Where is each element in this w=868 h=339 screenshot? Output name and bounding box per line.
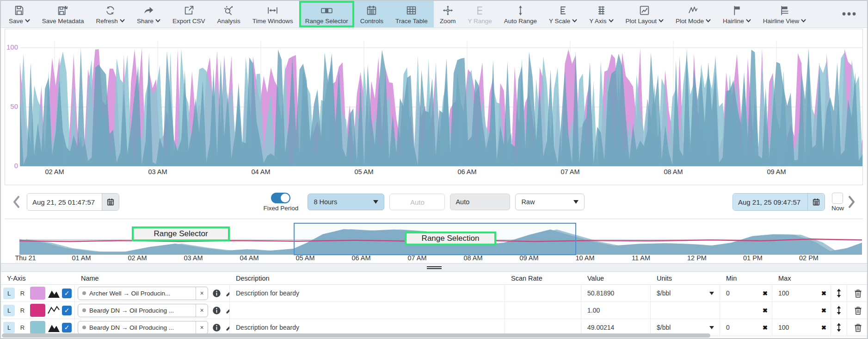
delete-trace-button[interactable] xyxy=(847,302,868,319)
clear-min-button[interactable]: ✖ xyxy=(763,324,768,331)
left-axis-button[interactable]: L xyxy=(3,322,15,333)
right-axis-button[interactable]: R xyxy=(17,322,28,333)
toolbar-overflow-button[interactable] xyxy=(831,1,867,27)
step-back-button[interactable] xyxy=(9,194,23,210)
min-value: 0 xyxy=(726,289,730,297)
toolbar-button-hairline[interactable]: Hairline xyxy=(717,1,757,27)
trace-type-area-icon[interactable] xyxy=(47,323,60,333)
remove-trace-button[interactable]: × xyxy=(196,321,208,334)
trace-table-icon xyxy=(406,5,417,17)
toolbar-button-zoom[interactable]: Zoom xyxy=(434,1,462,27)
grid-auto-input[interactable] xyxy=(389,194,445,210)
min-cell[interactable]: 0✖ xyxy=(720,285,772,301)
end-time-input[interactable] xyxy=(733,194,807,210)
save-icon xyxy=(13,5,25,17)
visible-checkbox[interactable]: ✓ xyxy=(62,306,72,315)
remove-trace-button[interactable]: × xyxy=(196,304,208,317)
hairline-view-icon xyxy=(778,5,791,17)
trend-chart[interactable] xyxy=(20,41,862,166)
range-selector-icon xyxy=(320,5,333,17)
start-calendar-button[interactable] xyxy=(102,194,119,210)
color-swatch[interactable] xyxy=(30,287,45,300)
min-cell[interactable]: 0✖ xyxy=(720,319,772,336)
delete-trace-button[interactable] xyxy=(847,285,868,301)
info-icon[interactable] xyxy=(212,306,221,315)
toolbar-button-controls[interactable]: Controls xyxy=(354,1,389,27)
trace-name-pill[interactable]: Beardy DN → Oil Producing ... × xyxy=(78,304,208,317)
visible-checkbox[interactable]: ✓ xyxy=(62,323,72,333)
toolbar-button-y-scale[interactable]: Y Scale xyxy=(543,1,583,27)
toolbar-button-save-metadata[interactable]: Save Metadata xyxy=(36,1,90,27)
toolbar-button-refresh[interactable]: Refresh xyxy=(90,1,131,27)
max-cell[interactable]: 100✖ xyxy=(772,285,831,301)
horizontal-scrollbar[interactable] xyxy=(2,333,710,338)
max-value: 100 xyxy=(778,289,789,297)
visible-checkbox[interactable]: ✓ xyxy=(62,289,72,298)
autoscale-button[interactable] xyxy=(831,302,847,319)
autoscale-button[interactable] xyxy=(831,319,847,336)
duration-select[interactable]: 8 Hours xyxy=(308,194,384,210)
column-header-name: Name xyxy=(75,275,230,282)
toolbar-button-y-range: Y Range xyxy=(462,1,498,27)
info-icon[interactable] xyxy=(212,323,221,332)
trace-row-1: L R ✓ Archer Well → Oil Producin... × fx… xyxy=(1,285,867,302)
max-cell[interactable]: 100✖ xyxy=(772,319,831,336)
trace-name: Beardy DN → Oil Producing ... xyxy=(89,324,174,331)
min-cell[interactable]: ✖ xyxy=(720,302,772,319)
clear-max-button[interactable]: ✖ xyxy=(821,324,826,331)
trace-type-line-icon[interactable] xyxy=(47,306,60,315)
toolbar-button-export-csv[interactable]: Export CSV xyxy=(166,1,211,27)
trace-name: Beardy DN → Oil Producing ... xyxy=(89,307,174,314)
controls-icon xyxy=(366,5,377,17)
step-forward-button[interactable] xyxy=(845,194,859,210)
toolbar-button-analysis[interactable]: Analysis xyxy=(211,1,246,27)
range-tick-label: 04 AM xyxy=(240,254,259,262)
toolbar-button-trace-table[interactable]: Trace Table xyxy=(389,1,434,27)
toolbar-button-hairline-view[interactable]: Hairline View xyxy=(757,1,813,27)
sampling-mode-select[interactable]: Raw xyxy=(515,194,585,210)
clear-min-button[interactable]: ✖ xyxy=(763,290,768,297)
toolbar-button-range-selector[interactable]: Range Selector xyxy=(299,1,354,27)
trace-name-pill[interactable]: Beardy DN → Oil Producing ... × xyxy=(78,321,208,334)
max-cell[interactable]: ✖ xyxy=(772,302,831,319)
info-icon[interactable] xyxy=(212,289,221,298)
units-select[interactable]: $/bbl xyxy=(651,285,720,301)
trace-type-area-icon[interactable] xyxy=(47,289,60,298)
left-axis-button[interactable]: L xyxy=(3,288,15,299)
samples-auto-input[interactable] xyxy=(450,194,510,210)
fixed-period-toggle[interactable] xyxy=(271,193,290,203)
toolbar-button-time-windows[interactable]: Time Windows xyxy=(246,1,299,27)
now-checkbox[interactable] xyxy=(832,193,843,204)
x-tick-label: 06 AM xyxy=(457,168,476,176)
end-calendar-button[interactable] xyxy=(807,194,825,210)
left-axis-button[interactable]: L xyxy=(3,305,15,316)
delete-trace-button[interactable] xyxy=(847,319,868,336)
color-swatch[interactable] xyxy=(30,304,45,317)
toolbar-button-plot-mode[interactable]: Plot Mode xyxy=(670,1,717,27)
panel-resize-divider[interactable] xyxy=(1,263,867,272)
range-tick-label: 01 AM xyxy=(72,254,91,262)
color-swatch[interactable] xyxy=(30,321,45,334)
toolbar-button-y-axis[interactable]: Y Axis xyxy=(583,1,619,27)
right-axis-button[interactable]: R xyxy=(17,305,28,316)
range-tick-label: 05 AM xyxy=(295,254,314,262)
autoscale-button[interactable] xyxy=(831,285,847,301)
column-header-min: Min xyxy=(720,275,772,282)
remove-trace-button[interactable]: × xyxy=(196,287,208,300)
start-time-input[interactable] xyxy=(27,194,102,210)
signal-dot-icon xyxy=(82,326,86,329)
toolbar-button-share[interactable]: Share xyxy=(131,1,166,27)
toolbar-button-plot-layout[interactable]: Plot Layout xyxy=(620,1,670,27)
clear-max-button[interactable]: ✖ xyxy=(821,290,826,297)
edit-icon[interactable] xyxy=(225,289,230,297)
range-tick-label: 06 AM xyxy=(351,254,370,262)
toolbar-button-auto-range[interactable]: Auto Range xyxy=(498,1,543,27)
clear-max-button[interactable]: ✖ xyxy=(821,307,826,314)
clear-min-button[interactable]: ✖ xyxy=(763,307,768,314)
edit-icon[interactable] xyxy=(225,324,230,332)
trace-name-pill[interactable]: Archer Well → Oil Producin... × xyxy=(78,287,208,300)
edit-icon[interactable] xyxy=(225,307,230,314)
trace-table-header: Y-AxisNameDescriptionScan RateValueUnits… xyxy=(1,272,867,285)
right-axis-button[interactable]: R xyxy=(17,288,28,299)
toolbar-button-save[interactable]: Save xyxy=(3,1,36,27)
